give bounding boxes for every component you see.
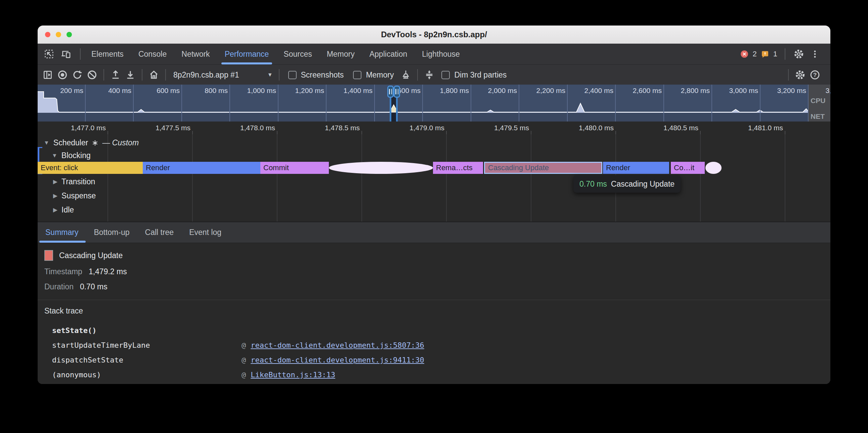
source-location-link[interactable]: react-dom-client.development.js:9411:30 xyxy=(251,356,424,364)
page-selector-dropdown[interactable]: 8p2n9n.csb.app #1 ▼ xyxy=(173,70,273,79)
page-selector-value: 8p2n9n.csb.app #1 xyxy=(173,70,239,79)
devtools-tabbar: Elements Console Network Performance Sou… xyxy=(38,44,830,64)
tab-performance[interactable]: Performance xyxy=(225,44,269,64)
warning-icon[interactable] xyxy=(761,50,769,58)
tab-network[interactable]: Network xyxy=(181,44,210,64)
screenshots-checkbox[interactable]: Screenshots xyxy=(288,70,344,79)
ruler-tick-mark xyxy=(531,131,531,134)
tab-lighthouse[interactable]: Lighthouse xyxy=(422,44,460,64)
flame-row: Event: clickRenderCommitRema…ctsCascadin… xyxy=(38,162,830,174)
summary-panel: Cascading Update Timestamp 1,479.2 ms Du… xyxy=(38,243,830,384)
capture-settings-gear-icon[interactable] xyxy=(794,69,806,81)
performance-toolbar: 8p2n9n.csb.app #1 ▼ Screenshots Memory D… xyxy=(38,64,830,85)
window-title: DevTools - 8p2n9n.csb.app/ xyxy=(38,30,830,39)
memory-checkbox[interactable]: Memory xyxy=(353,70,394,79)
ruler-tick-label: 1,478.0 ms xyxy=(223,124,275,132)
screenshots-label: Screenshots xyxy=(301,70,344,79)
tab-elements[interactable]: Elements xyxy=(91,44,124,64)
overview-tick-label: 1,000 ms xyxy=(228,87,276,95)
flame-event[interactable]: Render xyxy=(143,162,260,174)
settings-gear-icon[interactable] xyxy=(793,48,805,60)
flame-event[interactable]: Render xyxy=(603,162,669,174)
track-group-idle[interactable]: ▶ Idle xyxy=(53,205,74,214)
load-profile-icon[interactable] xyxy=(110,69,122,81)
flame-event[interactable]: Cascading Update xyxy=(484,162,602,174)
at-symbol: @ xyxy=(242,356,246,364)
stack-frame-function: setState() xyxy=(52,326,242,335)
titlebar: DevTools - 8p2n9n.csb.app/ xyxy=(38,26,830,44)
chevron-expanded-icon: ▼ xyxy=(44,140,50,146)
error-count: 2 xyxy=(753,50,757,58)
ruler-tick-mark xyxy=(362,131,362,134)
selection-right-line[interactable] xyxy=(396,97,398,122)
timestamp-label: Timestamp xyxy=(44,267,82,276)
track-group-transition[interactable]: ▶ Transition xyxy=(53,177,95,186)
track-scheduler-header[interactable]: ▼ Scheduler — Custom xyxy=(44,138,139,147)
tab-console[interactable]: Console xyxy=(138,44,166,64)
overview-tick-label: 3,200 ms xyxy=(758,87,806,95)
checkbox-box xyxy=(441,71,450,79)
selection-left-line[interactable] xyxy=(390,97,391,122)
timestamp-value: 1,479.2 ms xyxy=(89,267,127,276)
flame-event[interactable]: Event: click xyxy=(38,162,143,174)
overview-tick-label: 3,400 ms xyxy=(806,87,830,95)
stack-frame-row: startUpdateTimerByLane@react-dom-client.… xyxy=(52,338,424,353)
stack-frames: setState()startUpdateTimerByLane@react-d… xyxy=(52,323,424,382)
tab-sources[interactable]: Sources xyxy=(283,44,312,64)
chevron-collapsed-icon: ▶ xyxy=(53,178,57,185)
overview-tick-label: 2,400 ms xyxy=(565,87,613,95)
separator xyxy=(165,69,166,80)
overview-tick-label: 800 ms xyxy=(179,87,228,95)
collect-garbage-broom-icon[interactable] xyxy=(400,69,412,81)
flamechart-track-area[interactable]: ▼ Scheduler — Custom ▼ Blocking Event: c… xyxy=(38,134,830,222)
dim-3rd-parties-checkbox[interactable]: Dim 3rd parties xyxy=(441,70,506,79)
more-options-menu-icon[interactable] xyxy=(809,48,821,60)
selection-left-handle[interactable] xyxy=(387,86,394,98)
tab-summary[interactable]: Summary xyxy=(45,222,78,243)
source-location-link[interactable]: react-dom-client.development.js:5807:36 xyxy=(251,341,424,349)
tab-call-tree[interactable]: Call tree xyxy=(145,222,174,243)
separator xyxy=(417,69,418,80)
error-icon[interactable] xyxy=(740,50,749,58)
selection-right-handle[interactable] xyxy=(394,86,400,98)
timeline-overview[interactable]: 200 ms400 ms600 ms800 ms1,000 ms1,200 ms… xyxy=(38,85,830,122)
source-location-link[interactable]: LikeButton.js:13:13 xyxy=(251,371,335,379)
cpu-strip-label: CPU xyxy=(811,97,825,105)
summary-duration-row: Duration 0.70 ms xyxy=(44,282,107,291)
stack-frame-function: startUpdateTimerByLane xyxy=(52,341,242,349)
toggle-sidebar-icon[interactable] xyxy=(42,69,54,81)
memory-label: Memory xyxy=(366,70,394,79)
flame-event[interactable] xyxy=(705,162,721,174)
collapse-recording-icon[interactable] xyxy=(423,69,435,81)
tab-bottom-up[interactable]: Bottom-up xyxy=(94,222,129,243)
track-gridline xyxy=(700,134,701,222)
chevron-expanded-icon: ▼ xyxy=(52,153,57,159)
tab-event-log[interactable]: Event log xyxy=(189,222,221,243)
overview-tick-label: 200 ms xyxy=(38,87,83,95)
flame-event[interactable] xyxy=(329,162,433,174)
track-group-suspense[interactable]: ▶ Suspense xyxy=(53,191,96,200)
save-profile-icon[interactable] xyxy=(124,69,136,81)
track-gridline xyxy=(107,134,108,222)
tab-application[interactable]: Application xyxy=(370,44,407,64)
device-toolbar-button[interactable] xyxy=(60,48,72,60)
record-and-reload-button[interactable] xyxy=(71,69,83,81)
flame-event[interactable]: Co…it xyxy=(671,162,705,174)
at-symbol: @ xyxy=(242,371,246,379)
stack-frame-function: (anonymous) xyxy=(52,371,242,379)
track-group-blocking[interactable]: ▼ Blocking xyxy=(52,151,91,160)
help-icon[interactable]: ? xyxy=(809,69,821,81)
separator xyxy=(279,69,279,80)
flame-event[interactable]: Commit xyxy=(260,162,329,174)
live-metrics-home-icon[interactable] xyxy=(148,69,160,81)
track-gridlines xyxy=(38,134,830,222)
inspect-element-button[interactable] xyxy=(43,48,55,60)
clear-recording-button[interactable] xyxy=(86,69,98,81)
tab-memory[interactable]: Memory xyxy=(327,44,355,64)
overview-tick-label: 1,200 ms xyxy=(276,87,324,95)
track-gridline xyxy=(277,134,277,222)
record-button[interactable] xyxy=(56,69,68,81)
tab-summary-label: Summary xyxy=(45,228,78,237)
stack-frame-row: (anonymous)@LikeButton.js:13:13 xyxy=(52,367,424,382)
flame-event[interactable]: Rema…cts xyxy=(433,162,483,174)
